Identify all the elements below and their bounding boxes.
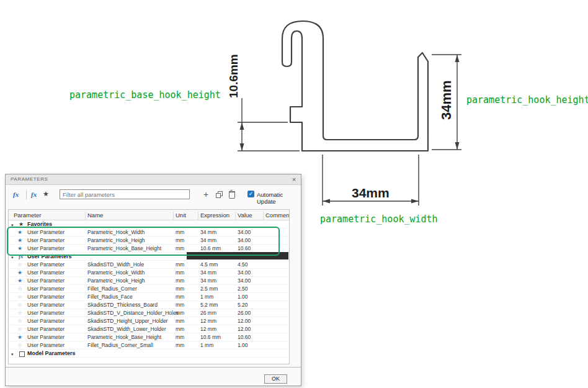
automatic-update-checkbox[interactable]: ✓ [247, 191, 254, 197]
dark-overlay-strip [187, 252, 288, 259]
cell-unit: mm [176, 318, 184, 325]
cell-expression[interactable]: 2.5 mm [200, 286, 218, 292]
favorite-star-icon[interactable]: ☆ [17, 302, 22, 309]
cell-name: SkadisSTD_Width_Hole [87, 261, 144, 268]
cell-parameter: User Parameter [27, 310, 65, 317]
cell-name: SkadisSTD_Height_Upper_Holder [87, 318, 167, 325]
cell-expression[interactable]: 1 mm [200, 342, 213, 349]
cell-parameter: User Parameter [27, 294, 65, 300]
column-name: Name [87, 212, 103, 219]
cell-name: Fillet_Radius_Corner [87, 286, 137, 292]
cell-expression[interactable]: 34 mm [200, 237, 216, 244]
favorite-star-icon[interactable]: ★ [17, 277, 22, 284]
cell-name: Parametric_Hook_Heigh [87, 237, 145, 244]
favorite-star-icon[interactable]: ★ [17, 245, 22, 252]
table-row[interactable]: ☆User ParameterSkadisSTD_Width_Lower_Hol… [9, 325, 289, 333]
cell-expression[interactable]: 12 mm [200, 326, 216, 333]
favorite-star-icon[interactable]: ☆ [17, 286, 22, 292]
delete-icon[interactable] [229, 191, 235, 199]
copy-icon[interactable] [216, 191, 223, 198]
chevron-down-icon[interactable]: ▾ [11, 222, 14, 228]
favorite-star-icon[interactable]: ☆ [17, 261, 22, 268]
cell-value: 12.00 [238, 318, 251, 325]
favorite-star-icon[interactable]: ★ [17, 334, 22, 341]
table-row[interactable]: ★User ParameterParametric_Hook_Widthmm34… [9, 269, 289, 277]
cell-name: SkadisSTD_V_Distance_Holder_Holes [87, 310, 179, 317]
cell-expression[interactable]: 34 mm [200, 277, 216, 284]
table-column-header: Parameter Name Unit Expression Value Com… [9, 210, 289, 220]
favorite-star-icon[interactable]: ☆ [17, 318, 22, 325]
dialog-bottom-divider [6, 367, 301, 368]
dialog-titlebar[interactable]: PARAMETERS × [6, 174, 301, 185]
favorites-filter-star-icon[interactable]: ★ [43, 190, 49, 198]
table-row[interactable]: ☆User ParameterFillet_Radius_Cornermm2.5… [9, 285, 289, 293]
cell-unit: mm [176, 310, 184, 317]
hook-outline [282, 21, 428, 151]
column-comment: Comment [265, 212, 290, 219]
dimension-base-height [238, 98, 300, 151]
table-row[interactable]: ☆User ParameterSkadisSTD_Height_Upper_Ho… [9, 317, 289, 325]
cell-parameter: User Parameter [27, 318, 65, 325]
ok-button[interactable]: OK [264, 374, 287, 384]
cell-value: 2.50 [238, 286, 248, 292]
favorite-star-icon[interactable]: ☆ [17, 310, 22, 317]
filter-parameters-input[interactable] [60, 189, 190, 199]
cell-name: Parametric_Hook_Base_Height [87, 334, 161, 341]
table-row[interactable]: ★User ParameterParametric_Hook_Heighmm34… [9, 237, 289, 245]
parameters-table: Parameter Name Unit Expression Value Com… [8, 209, 290, 364]
cell-value: 1.00 [238, 342, 248, 349]
table-row[interactable]: ★User ParameterParametric_Hook_Widthmm34… [9, 228, 289, 237]
favorite-star-icon[interactable]: ★ [17, 269, 22, 276]
cell-value: 26.00 [238, 310, 251, 317]
cell-expression[interactable]: 1 mm [200, 294, 213, 300]
cell-name: SkadisSTD_Width_Lower_Holder [87, 326, 166, 333]
cell-value: 34.00 [238, 269, 251, 276]
cell-expression[interactable]: 26 mm [200, 310, 216, 317]
cell-unit: mm [176, 326, 184, 333]
cell-expression[interactable]: 12 mm [200, 318, 216, 325]
annotation-hook-height: parametric_hook_height [466, 94, 588, 106]
section-header-favorites[interactable]: ▾★Favorites [9, 220, 289, 228]
cell-unit: mm [176, 245, 184, 252]
close-icon[interactable]: × [290, 175, 298, 184]
chevron-down-icon[interactable]: ▾ [11, 351, 14, 358]
table-row[interactable]: ☆User ParameterSkadisSTD_V_Distance_Hold… [9, 309, 289, 317]
section-header-model-parameters[interactable]: ▾Model Parameters [9, 350, 289, 358]
cell-unit: mm [176, 302, 184, 309]
favorite-star-icon[interactable]: ☆ [17, 326, 22, 333]
cell-expression[interactable]: 34 mm [200, 269, 216, 276]
cell-value: 34.00 [238, 237, 251, 244]
cell-expression[interactable]: 34 mm [200, 229, 216, 236]
favorite-star-icon[interactable]: ☆ [17, 342, 22, 349]
table-row[interactable]: ★User ParameterParametric_Hook_Base_Heig… [9, 333, 289, 341]
cell-parameter: User Parameter [27, 334, 65, 341]
cell-unit: mm [176, 261, 184, 268]
chevron-down-icon[interactable]: ▾ [11, 254, 14, 261]
table-row[interactable]: ☆User ParameterFillet_Radius_Corner_Smal… [9, 341, 289, 350]
cell-expression[interactable]: 5.2 mm [200, 302, 218, 309]
annotation-base-hook-height: parametric_base_hook_height [69, 89, 221, 101]
table-row[interactable]: ☆User ParameterFillet_Radius_Facemm1 mm1… [9, 293, 289, 301]
cell-name: Fillet_Radius_Corner_Small [87, 342, 153, 349]
cell-expression[interactable]: 4.5 mm [200, 261, 218, 268]
dimension-label-hook-height: 34mm [439, 84, 455, 120]
cell-expression[interactable]: 10.6 mm [200, 245, 221, 252]
favorite-star-icon[interactable]: ★ [17, 237, 22, 244]
cell-expression[interactable]: 10.6 mm [200, 334, 221, 341]
cell-unit: mm [176, 286, 184, 292]
cell-name: Parametric_Hook_Width [87, 229, 145, 236]
add-parameter-icon[interactable]: + [203, 189, 208, 199]
cell-unit: mm [176, 342, 184, 349]
cell-value: 10.60 [238, 334, 251, 341]
parameters-dialog: PARAMETERS × fx fx ★ + ✓ Automatic Updat… [5, 174, 301, 386]
table-row[interactable]: ★User ParameterParametric_Hook_Heighmm34… [9, 277, 289, 285]
table-row[interactable]: ☆User ParameterSkadisSTD_Thickness_Board… [9, 301, 289, 309]
fx-subscript-icon[interactable]: fx [31, 191, 37, 198]
column-value: Value [238, 212, 252, 219]
cell-unit: mm [176, 277, 184, 284]
favorite-star-icon[interactable]: ★ [17, 229, 22, 236]
fx-icon[interactable]: fx [13, 191, 19, 198]
favorite-star-icon[interactable]: ☆ [17, 294, 22, 300]
cell-name: SkadisSTD_Thickness_Board [87, 302, 158, 309]
table-row[interactable]: ☆User ParameterSkadisSTD_Width_Holemm4.5… [9, 261, 289, 269]
